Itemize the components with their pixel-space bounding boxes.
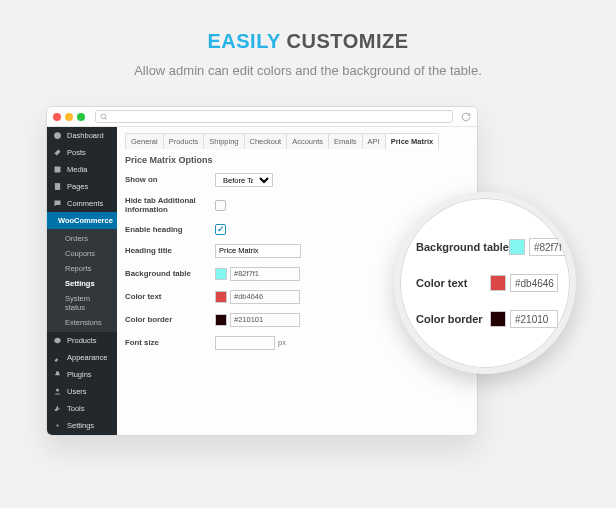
sidebar-sub-extensions[interactable]: Extensions (47, 315, 117, 330)
maximize-icon[interactable] (77, 113, 85, 121)
tab-shipping[interactable]: Shipping (203, 133, 244, 149)
zoom-hex-text[interactable]: #db4646 (510, 274, 558, 292)
color-border-hex[interactable]: #210101 (230, 313, 300, 327)
close-icon[interactable] (53, 113, 61, 121)
sidebar-item-label: Plugins (67, 370, 92, 379)
sidebar-item-settings[interactable]: Settings (47, 417, 117, 434)
bg-table-hex[interactable]: #82f7f1 (230, 267, 300, 281)
sidebar-item-label: Comments (67, 199, 103, 208)
sidebar-item-label: Posts (67, 148, 86, 157)
sidebar-sub-coupons[interactable]: Coupons (47, 246, 117, 261)
svg-point-2 (54, 132, 61, 139)
settings-tabs: General Products Shipping Checkout Accou… (125, 133, 469, 149)
bg-table-swatch[interactable] (215, 268, 227, 280)
heading-title-input[interactable] (215, 244, 301, 258)
zoom-label-border: Color border (416, 313, 483, 325)
sidebar-item-pages[interactable]: Pages (47, 178, 117, 195)
tab-price-matrix[interactable]: Price Matrix (385, 133, 440, 149)
sidebar-item-label: Tools (67, 404, 85, 413)
zoom-label-bg: Background table (416, 241, 509, 253)
dashboard-icon (53, 131, 62, 140)
pin-icon (53, 148, 62, 157)
section-title: Price Matrix Options (125, 155, 469, 165)
svg-point-5 (56, 389, 59, 392)
sidebar-item-label: Pages (67, 182, 88, 191)
label-enable-heading: Enable heading (125, 225, 215, 234)
sidebar-item-posts[interactable]: Posts (47, 144, 117, 161)
box-icon (53, 336, 62, 345)
sidebar-submenu: Orders Coupons Reports Settings System s… (47, 229, 117, 332)
tab-emails[interactable]: Emails (328, 133, 363, 149)
reload-icon[interactable] (461, 112, 471, 122)
label-font-size: Font size (125, 338, 215, 347)
sidebar-item-label: WooCommerce (58, 216, 113, 225)
label-color-border: Color border (125, 315, 215, 324)
brush-icon (53, 353, 62, 362)
tab-general[interactable]: General (125, 133, 164, 149)
address-bar[interactable] (95, 110, 453, 123)
sidebar-sub-reports[interactable]: Reports (47, 261, 117, 276)
sidebar-item-woocommerce[interactable]: WooCommerce (47, 212, 117, 229)
hero-subtitle: Allow admin can edit colors and the back… (0, 63, 616, 78)
tab-accounts[interactable]: Accounts (286, 133, 329, 149)
sidebar-item-label: Appearance (67, 353, 107, 362)
admin-sidebar: Dashboard Posts Media Pages Comments Woo… (47, 127, 117, 435)
sidebar-item-label: Products (67, 336, 97, 345)
tab-checkout[interactable]: Checkout (244, 133, 288, 149)
sidebar-item-comments[interactable]: Comments (47, 195, 117, 212)
wrench-icon (53, 404, 62, 413)
sidebar-sub-orders[interactable]: Orders (47, 231, 117, 246)
sidebar-item-media[interactable]: Media (47, 161, 117, 178)
comment-icon (53, 199, 62, 208)
minimize-icon[interactable] (65, 113, 73, 121)
sidebar-item-tools[interactable]: Tools (47, 400, 117, 417)
sidebar-item-plugins[interactable]: Plugins (47, 366, 117, 383)
tab-products[interactable]: Products (163, 133, 205, 149)
sidebar-item-users[interactable]: Users (47, 383, 117, 400)
titlebar (47, 107, 477, 127)
svg-point-6 (56, 424, 58, 426)
search-icon (100, 113, 108, 121)
color-border-swatch[interactable] (215, 314, 227, 326)
zoom-lens: Background table #82f7f Color text #db46… (394, 192, 576, 374)
gear-icon (53, 421, 62, 430)
hero-title-accent: EASILY (207, 30, 280, 52)
sidebar-sub-system-status[interactable]: System status (47, 291, 117, 315)
zoom-hex-bg[interactable]: #82f7f (529, 238, 576, 256)
media-icon (53, 165, 62, 174)
hero-title-rest: CUSTOMIZE (287, 30, 409, 52)
sidebar-item-label: Dashboard (67, 131, 104, 140)
svg-point-0 (101, 114, 106, 119)
tab-api[interactable]: API (362, 133, 386, 149)
page-icon (53, 182, 62, 191)
sidebar-item-label: Media (67, 165, 87, 174)
label-hide-tab: Hide tab Additional information (125, 196, 215, 215)
enable-heading-checkbox[interactable] (215, 224, 226, 235)
label-heading-title: Heading title (125, 246, 215, 255)
zoom-swatch-border[interactable] (490, 311, 506, 327)
zoom-swatch-text[interactable] (490, 275, 506, 291)
sidebar-item-dashboard[interactable]: Dashboard (47, 127, 117, 144)
sidebar-item-label: Settings (67, 421, 94, 430)
hide-tab-checkbox[interactable] (215, 200, 226, 211)
label-bg-table: Background table (125, 269, 215, 278)
zoom-label-text: Color text (416, 277, 467, 289)
sidebar-item-products[interactable]: Products (47, 332, 117, 349)
color-text-hex[interactable]: #db4646 (230, 290, 300, 304)
user-icon (53, 387, 62, 396)
svg-rect-3 (55, 167, 61, 173)
font-size-unit: px (278, 338, 286, 347)
label-show-on: Show on (125, 175, 215, 184)
svg-rect-4 (55, 183, 60, 190)
label-color-text: Color text (125, 292, 215, 301)
font-size-input[interactable] (215, 336, 275, 350)
hero-title: EASILY CUSTOMIZE (0, 0, 616, 53)
sidebar-sub-settings[interactable]: Settings (47, 276, 117, 291)
svg-line-1 (105, 118, 107, 120)
sidebar-item-appearance[interactable]: Appearance (47, 349, 117, 366)
zoom-swatch-bg[interactable] (509, 239, 525, 255)
color-text-swatch[interactable] (215, 291, 227, 303)
plug-icon (53, 370, 62, 379)
show-on-select[interactable]: Before Tab (215, 173, 273, 187)
zoom-hex-border[interactable]: #21010 (510, 310, 558, 328)
